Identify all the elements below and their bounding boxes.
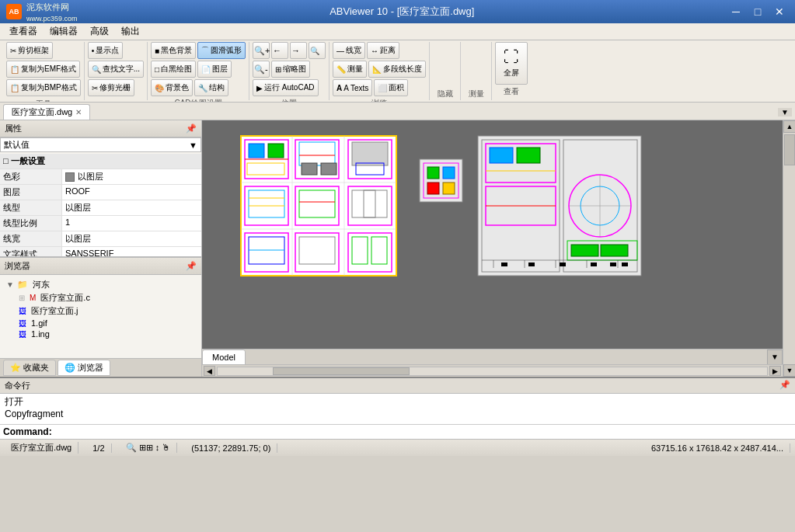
svg-rect-58	[601, 245, 628, 256]
btn-fullscreen[interactable]: ⛶ 全屏	[495, 42, 528, 85]
status-icons: 🔍 ⊞⊞ ↕ 🖱	[120, 443, 178, 453]
btn-copy-bmp[interactable]: 📋 复制为BMP格式	[6, 79, 81, 96]
tree-label-root: 河东	[33, 279, 50, 290]
btn-run-autocad[interactable]: ▶ 运行 AutoCAD	[253, 79, 318, 96]
tree-item-root[interactable]: ▼ 📁 河东	[3, 278, 198, 291]
command-header: 命令行 📌	[0, 378, 795, 394]
btn-area[interactable]: ⬜ 面积	[374, 79, 408, 96]
btn-thumbnail[interactable]: ⊞ 缩略图	[271, 61, 310, 78]
btn-layer[interactable]: 📄 图层	[197, 61, 232, 78]
toolbar-cad-settings: ■ 黑色背景 ⌒ 圆滑弧形 □ 白黑绘图 📄 图层 🎨 背景色 🔧 结构 CAD…	[148, 42, 249, 100]
btn-zoom-out[interactable]: 🔍-	[253, 61, 270, 78]
right-scrollbar[interactable]: ▲ ▼	[783, 120, 795, 377]
svg-rect-57	[571, 245, 598, 256]
btn-linewidth[interactable]: — 线宽	[333, 42, 365, 59]
hscroll-thumb[interactable]	[273, 367, 410, 375]
svg-rect-37	[420, 159, 462, 202]
btn-find-text[interactable]: 🔍 查找文字...	[88, 61, 144, 78]
btn-measure[interactable]: 📏 测量	[333, 61, 367, 78]
btn-left[interactable]: ←	[271, 42, 288, 59]
window-controls: ─ □ ✕	[727, 4, 789, 19]
btn-structure[interactable]: 🔧 结构	[194, 79, 228, 96]
hscroll-right[interactable]: ▶	[769, 366, 781, 376]
status-bar: 医疗室立面.dwg 1/2 🔍 ⊞⊞ ↕ 🖱 (51137; 22891.75;…	[0, 439, 795, 456]
btn-show-points[interactable]: • 显示点	[88, 42, 124, 59]
toolbar-tools2: • 显示点 🔍 查找文字... ✂ 修剪光栅	[85, 42, 148, 100]
command-pin-icon[interactable]: 📌	[779, 380, 790, 391]
btn-trim-raster[interactable]: ✂ 修剪光栅	[88, 79, 134, 96]
maximize-button[interactable]: □	[748, 4, 767, 19]
svg-rect-7	[249, 144, 264, 158]
close-button[interactable]: ✕	[770, 4, 789, 19]
status-page: 1/2	[86, 443, 111, 453]
command-input[interactable]	[55, 426, 792, 437]
btn-bw-drawing[interactable]: □ 白黑绘图	[151, 61, 196, 78]
vscroll-thumb[interactable]	[784, 134, 795, 165]
btn-bg-color[interactable]: 🎨 背景色	[151, 79, 193, 96]
command-line-1: 打开	[5, 395, 790, 409]
btn-copy-emf[interactable]: 📋 复制为EMF格式	[6, 61, 80, 78]
tree-label-gif: 1.gif	[31, 318, 47, 328]
minimize-button[interactable]: ─	[727, 4, 745, 19]
tab-bar: 医疗室立面.dwg ✕ ▼	[0, 103, 795, 120]
menu-item-output[interactable]: 输出	[115, 23, 146, 40]
props-row-color: 色彩 以图层	[0, 169, 201, 185]
vscroll-down[interactable]: ▼	[783, 364, 795, 377]
panel-tab-favorites[interactable]: ⭐ 收藏夹	[3, 360, 56, 376]
props-default-select[interactable]: 默认值 ▼	[0, 137, 201, 152]
horizontal-scrollbar[interactable]: ◀ ▶	[202, 364, 783, 377]
menu-item-editor[interactable]: 编辑器	[44, 23, 84, 40]
props-panel-header: 属性 📌	[0, 120, 201, 137]
position-label: 位置	[253, 97, 326, 103]
menu-item-viewer[interactable]: 查看器	[3, 23, 44, 40]
window-title: ABViewer 10 - [医疗室立面.dwg]	[78, 5, 727, 19]
status-dimensions: 63715.16 x 17618.42 x 2487.414...	[645, 443, 790, 453]
svg-rect-8	[268, 144, 284, 158]
command-area: 命令行 📌 打开 Copyfragment Command:	[0, 377, 795, 439]
panel-tab-browser[interactable]: 🌐 浏览器	[58, 360, 110, 376]
toolbar-tools: ✂ 剪切框架 📋 复制为EMF格式 📋 复制为BMP格式 工具	[3, 42, 85, 100]
svg-rect-47	[490, 148, 513, 163]
tab-drawing[interactable]: 医疗室立面.dwg ✕	[3, 104, 90, 120]
props-row-linewidth: 线宽 以图层	[0, 231, 201, 247]
browser-title: 浏览器	[5, 260, 30, 272]
props-pin-icon[interactable]: 📌	[186, 123, 197, 134]
command-line-2: Copyfragment	[5, 409, 790, 419]
command-output: 打开 Copyfragment	[0, 394, 795, 424]
tree-item-gif[interactable]: 🖼 1.gif	[3, 318, 198, 329]
btn-distance[interactable]: ↔ 距离	[367, 42, 399, 59]
command-input-row: Command:	[0, 424, 795, 439]
toolbar-view: ⛶ 全屏 查看	[492, 42, 531, 100]
tab-close-icon[interactable]: ✕	[75, 108, 82, 116]
btn-texts[interactable]: A A Texts	[333, 79, 372, 96]
tree-label-img: 医疗室立面.j	[31, 305, 78, 317]
favorites-label: 收藏夹	[23, 362, 49, 374]
tree-item-img[interactable]: 🖼 医疗室立面.j	[3, 304, 198, 318]
svg-rect-69	[610, 263, 616, 266]
btn-polyline-length[interactable]: 📐 多段线长度	[368, 61, 426, 78]
svg-rect-40	[443, 167, 455, 179]
menu-bar: 查看器 编辑器 高级 输出	[0, 23, 795, 40]
tab-scroll-right[interactable]: ▼	[778, 108, 792, 116]
tree-item-dwg[interactable]: ⊞ M 医疗室立面.c	[3, 291, 198, 304]
browser-pin-icon[interactable]: 📌	[186, 261, 197, 271]
tab-model[interactable]: Model	[202, 349, 246, 365]
menu-item-advanced[interactable]: 高级	[84, 23, 115, 40]
svg-rect-39	[427, 167, 439, 179]
cad-canvas[interactable]	[202, 120, 783, 349]
btn-cut-frame[interactable]: ✂ 剪切框架	[6, 42, 53, 59]
btn-right[interactable]: →	[290, 42, 307, 59]
btn-smooth-arc[interactable]: ⌒ 圆滑弧形	[197, 42, 246, 59]
scroll-down-btn[interactable]: ▼	[767, 349, 783, 365]
tree-item-ing[interactable]: 🖼 1.ing	[3, 329, 198, 339]
btn-zoom-in[interactable]: 🔍+	[253, 42, 270, 59]
svg-rect-68	[591, 263, 597, 266]
svg-rect-14	[302, 163, 317, 175]
vscroll-up[interactable]: ▲	[783, 120, 795, 133]
svg-rect-65	[501, 263, 507, 266]
left-panel: 属性 📌 默认值 ▼ □ 一般设置 色彩 以图层 图层 ROOF	[0, 120, 202, 377]
hscroll-left[interactable]: ◀	[204, 366, 215, 376]
btn-black-bg[interactable]: ■ 黑色背景	[151, 42, 196, 59]
btn-zoom-wheel[interactable]: 🔍	[309, 42, 326, 59]
title-bar: AB 泥东软件网www.pc359.com ABViewer 10 - [医疗室…	[0, 0, 795, 23]
